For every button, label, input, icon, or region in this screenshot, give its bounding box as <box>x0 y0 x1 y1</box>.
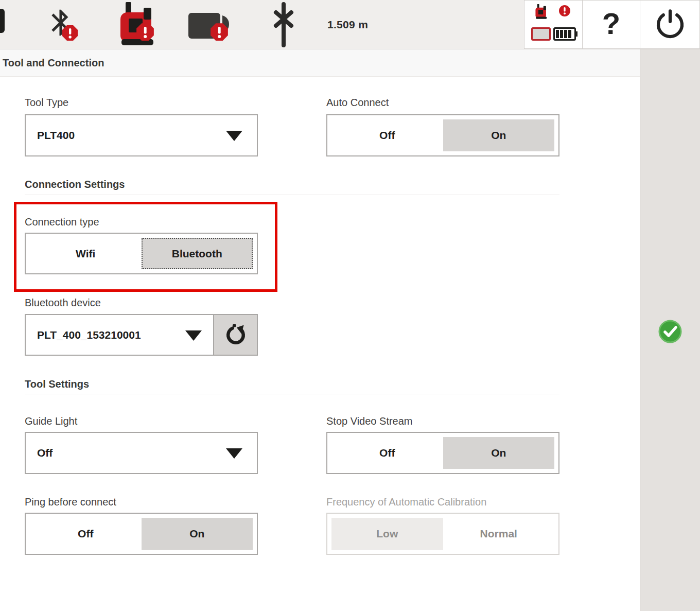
connection-type-option-bluetooth[interactable]: Bluetooth <box>142 238 253 269</box>
stop-video-stream-label: Stop Video Stream <box>326 415 413 427</box>
help-icon: ? <box>602 9 620 39</box>
tool-settings-heading: Tool Settings <box>25 378 89 390</box>
stop-video-option-on[interactable]: On <box>443 437 555 469</box>
error-badge-icon <box>62 25 78 41</box>
ping-option-on[interactable]: On <box>142 518 253 550</box>
error-badge-icon <box>136 23 154 41</box>
tool-status-panel[interactable] <box>524 0 583 49</box>
connection-success-button[interactable] <box>657 319 683 344</box>
right-status-panel <box>640 49 700 611</box>
error-badge-icon <box>210 23 229 41</box>
camera-error-icon[interactable] <box>188 10 233 43</box>
tool-type-dropdown[interactable]: PLT400 <box>25 114 258 156</box>
power-button[interactable] <box>640 0 700 49</box>
frequency-calibration-label: Frequency of Automatic Calibration <box>326 496 486 508</box>
auto-connect-toggle: Off On <box>326 114 559 156</box>
guide-light-value: Off <box>37 447 52 459</box>
bluetooth-device-value: PLT_400_153210001 <box>37 329 141 341</box>
connection-type-option-wifi[interactable]: Wifi <box>30 238 142 269</box>
stop-video-option-off[interactable]: Off <box>331 437 443 469</box>
refresh-icon <box>223 323 248 347</box>
ping-before-connect-label: Ping before connect <box>25 496 116 508</box>
controller-battery-empty-icon <box>531 27 551 41</box>
tool-type-value: PLT400 <box>37 129 75 142</box>
partial-device-icon <box>0 9 5 33</box>
prism-pole-icon[interactable] <box>271 1 296 49</box>
tool-battery-full-icon <box>553 27 578 41</box>
help-button[interactable]: ? <box>582 0 640 49</box>
distance-readout: 1.509 m <box>327 0 368 49</box>
ping-option-off[interactable]: Off <box>30 518 142 550</box>
chevron-down-icon <box>226 448 242 459</box>
connection-settings-heading: Connection Settings <box>25 179 125 190</box>
connection-type-toggle: Wifi Bluetooth <box>25 233 258 274</box>
divider <box>25 195 559 195</box>
frequency-calibration-toggle: Low Normal <box>326 513 559 555</box>
guide-light-label: Guide Light <box>25 415 77 427</box>
guide-light-dropdown[interactable]: Off <box>25 432 258 474</box>
power-icon <box>654 9 686 41</box>
refresh-devices-button[interactable] <box>213 314 258 356</box>
success-check-icon <box>657 319 683 344</box>
auto-connect-option-off[interactable]: Off <box>331 119 443 151</box>
tool-status-icon <box>534 3 548 21</box>
stop-video-stream-toggle: Off On <box>326 432 559 474</box>
page-header: Tool and Connection <box>0 49 640 77</box>
top-toolbar: 1.509 m ? <box>0 0 700 49</box>
bluetooth-device-dropdown[interactable]: PLT_400_153210001 <box>25 314 214 356</box>
ping-before-connect-toggle: Off On <box>25 513 258 555</box>
page-title: Tool and Connection <box>0 57 104 69</box>
bluetooth-error-icon[interactable] <box>48 6 73 41</box>
chevron-down-icon <box>185 330 202 341</box>
layout-tool-error-icon[interactable] <box>115 2 157 49</box>
settings-content: Tool Type PLT400 Auto Connect Off On Con… <box>0 76 640 611</box>
bluetooth-device-label: Bluetooth device <box>25 297 101 309</box>
frequency-option-low: Low <box>331 518 443 550</box>
tool-type-label: Tool Type <box>25 97 68 109</box>
auto-connect-label: Auto Connect <box>326 97 389 109</box>
frequency-option-normal: Normal <box>443 518 555 550</box>
auto-connect-option-on[interactable]: On <box>443 119 555 151</box>
chevron-down-icon <box>226 131 242 141</box>
connection-type-label: Connection type <box>25 216 99 228</box>
alert-badge-icon <box>558 5 571 17</box>
divider <box>25 394 559 394</box>
